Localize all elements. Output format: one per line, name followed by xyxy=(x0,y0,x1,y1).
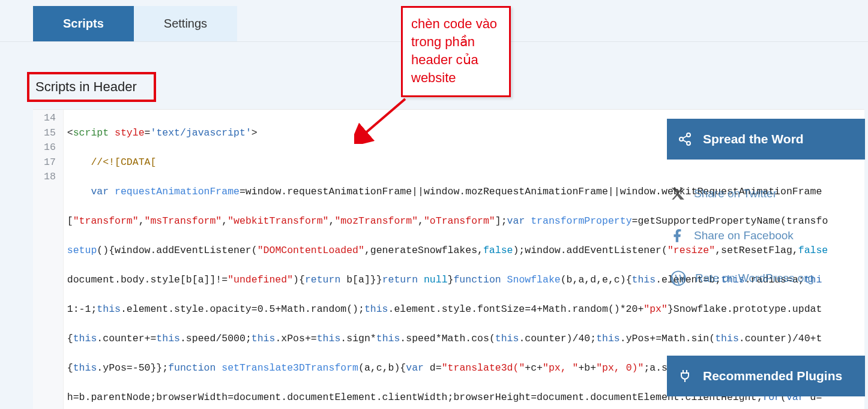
code-line: setup(){window.addEventListener("DOMCont… xyxy=(67,243,828,258)
t: { xyxy=(67,362,73,374)
t: setTranslate3DTransform xyxy=(222,362,358,374)
t: this xyxy=(495,333,519,344)
wordpress-icon xyxy=(670,270,687,287)
t: var xyxy=(507,215,531,227)
section-title: Scripts in Header xyxy=(35,79,137,95)
t: (a,c,b){ xyxy=(358,362,406,374)
t: "webkitTransform" xyxy=(228,215,328,227)
t xyxy=(67,186,91,197)
t: "px" xyxy=(643,303,668,315)
t: , xyxy=(418,215,424,227)
t: =getSupportedPropertyName(transfo xyxy=(632,215,828,227)
t: var xyxy=(91,186,115,197)
line-number: 18 xyxy=(44,170,56,185)
t: (b,a,d,e,c){ xyxy=(561,274,632,285)
t: requestAnimationFrame xyxy=(115,186,240,197)
annotation-callout: chèn code vào trong phần header của webs… xyxy=(401,6,511,97)
t: b[a]}} xyxy=(340,274,382,285)
code-line: {this.counter+=this.speed/5000;this.xPos… xyxy=(67,332,828,347)
t: "msTransform" xyxy=(145,215,222,227)
t: [ xyxy=(67,215,73,227)
t: Snowflake xyxy=(507,274,561,285)
t: return xyxy=(382,274,418,285)
t: .speed*Math.cos( xyxy=(400,333,495,344)
share-label: Share on Facebook xyxy=(694,229,794,242)
spread-the-word-panel[interactable]: Spread the Word xyxy=(667,119,865,160)
tab-scripts[interactable]: Scripts xyxy=(33,6,134,41)
t: text/javascript xyxy=(156,127,246,139)
t: var xyxy=(406,362,430,374)
t: }Snowflake.prototype.updat xyxy=(668,303,822,315)
t: this xyxy=(73,362,97,374)
t: "DOMContentLoaded" xyxy=(258,245,364,256)
t: ,setResetFlag, xyxy=(715,245,798,256)
twitter-x-icon xyxy=(670,186,686,202)
t: ,generateSnowflakes, xyxy=(364,245,483,256)
t: .xPos+= xyxy=(275,333,316,344)
t: = xyxy=(436,362,442,374)
t: .yPos=-50}}; xyxy=(97,362,168,374)
t: this xyxy=(156,333,180,344)
t: .element.style.fontSize=4+Math.random()*… xyxy=(388,303,644,315)
t: this xyxy=(364,303,388,315)
rate-wordpress-link[interactable]: Rate on WordPress.org xyxy=(670,270,862,287)
t: "undefined" xyxy=(228,274,293,285)
line-number: 14 xyxy=(44,111,56,126)
panel-title: Recommended Plugins xyxy=(703,369,842,383)
t: > xyxy=(252,127,258,139)
share-twitter-link[interactable]: Share on Twitter xyxy=(670,186,862,202)
t: "px, " xyxy=(543,362,578,374)
share-label: Share on Twitter xyxy=(694,187,777,200)
t: "translate3d(" xyxy=(442,362,525,374)
tab-settings[interactable]: Settings xyxy=(134,6,237,41)
t: );window.addEventListener( xyxy=(513,245,667,256)
t: false xyxy=(483,245,513,256)
t: this xyxy=(97,303,121,315)
share-icon xyxy=(678,132,692,146)
svg-point-1 xyxy=(687,133,690,137)
t: this xyxy=(632,274,656,285)
t: "oTransform" xyxy=(424,215,495,227)
t: return xyxy=(305,274,340,285)
svg-point-2 xyxy=(680,137,683,141)
t: (){window.addEventListener( xyxy=(97,245,257,256)
recommended-plugins-panel[interactable]: Recommended Plugins xyxy=(667,356,865,396)
t: this xyxy=(73,333,97,344)
svg-point-3 xyxy=(687,142,690,145)
t: this xyxy=(596,333,620,344)
t: { xyxy=(67,333,73,344)
panel-title: Spread the Word xyxy=(703,132,804,146)
t: , xyxy=(222,215,228,227)
t: = xyxy=(145,127,151,139)
t: this xyxy=(715,333,739,344)
svg-line-4 xyxy=(683,136,687,139)
t: function xyxy=(168,362,222,374)
line-number: 17 xyxy=(44,155,56,170)
share-label: Rate on WordPress.org xyxy=(695,272,814,285)
t: setup xyxy=(67,245,97,256)
code-line: 1:-1;this.element.style.opacity=0.5+Math… xyxy=(67,302,828,317)
line-gutter: 14 15 16 17 18 xyxy=(33,110,64,409)
t: , xyxy=(139,215,145,227)
t: "px, 0)" xyxy=(596,362,643,374)
line-number: 15 xyxy=(44,126,56,141)
t: script xyxy=(73,127,109,139)
t: ' xyxy=(150,127,156,139)
t: this xyxy=(317,333,341,344)
t: , xyxy=(329,215,335,227)
t: style xyxy=(109,127,144,139)
t: +c+ xyxy=(525,362,543,374)
t: "transform" xyxy=(73,215,139,227)
t: ){ xyxy=(293,274,305,285)
t: h=b.parentNode;browserWidth=document.doc… xyxy=(67,392,763,403)
share-facebook-link[interactable]: Share on Facebook xyxy=(670,228,862,243)
t: .counter+= xyxy=(97,333,156,344)
svg-line-5 xyxy=(683,140,687,143)
t: d xyxy=(430,362,436,374)
t: this xyxy=(252,333,276,344)
t: < xyxy=(67,127,73,139)
code-line: ["transform","msTransform","webkitTransf… xyxy=(67,214,828,229)
facebook-icon xyxy=(670,228,686,243)
t: +b+ xyxy=(578,362,596,374)
t: .sign* xyxy=(340,333,376,344)
